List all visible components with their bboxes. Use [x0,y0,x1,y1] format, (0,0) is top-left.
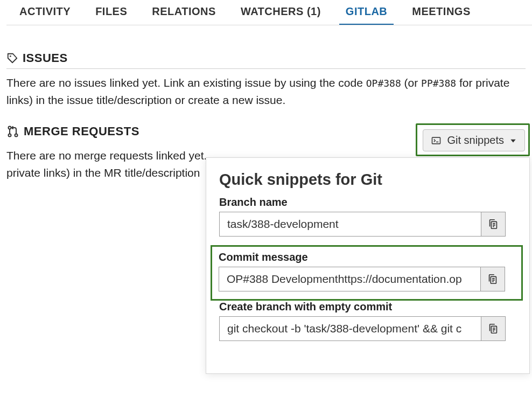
svg-point-0 [10,55,11,57]
tab-files[interactable]: FILES [95,5,127,25]
commit-message-highlight: Commit message [211,245,523,301]
tab-watchers[interactable]: WATCHERS (1) [241,5,321,25]
mr-body-tail: private links) in the MR title/descripti… [6,166,200,179]
tab-gitlab[interactable]: GITLAB [346,5,387,25]
copy-branch-name-button[interactable] [481,212,506,237]
svg-point-2 [9,134,11,137]
copy-icon [487,218,499,230]
merge-request-icon [6,125,19,138]
svg-point-3 [15,134,18,137]
issues-heading: ISSUES [6,51,526,69]
console-icon [431,135,442,146]
create-branch-field-group: Create branch with empty commit [219,301,516,341]
issues-body-mid: (or [401,77,421,89]
commit-message-input[interactable] [219,267,480,291]
branch-name-label: Branch name [219,196,516,209]
tabs-bar: ACTIVITY FILES RELATIONS WATCHERS (1) GI… [0,0,532,25]
issues-code-1: OP#388 [366,78,401,89]
svg-rect-4 [432,137,440,144]
merge-requests-heading-text: MERGE REQUESTS [24,124,139,138]
caret-down-icon [509,137,517,144]
create-branch-label: Create branch with empty commit [219,301,516,313]
git-snippets-label: Git snippets [447,134,504,147]
issues-body: There are no issues linked yet. Link an … [6,74,526,108]
branch-name-field-group: Branch name [219,196,516,237]
commit-message-label: Commit message [219,251,515,263]
git-snippets-button[interactable]: Git snippets [423,129,525,151]
branch-name-input[interactable] [219,212,481,237]
copy-commit-message-button[interactable] [480,267,505,291]
git-snippets-popover: Quick snippets for Git Branch name Commi… [206,157,530,374]
tab-activity[interactable]: ACTIVITY [19,5,71,25]
create-branch-input[interactable] [219,316,481,341]
svg-point-1 [9,127,11,129]
tab-relations[interactable]: RELATIONS [152,5,216,25]
copy-icon [487,273,499,285]
issues-heading-text: ISSUES [23,51,68,65]
tab-meetings[interactable]: MEETINGS [412,5,470,25]
issues-code-2: PP#388 [421,78,456,89]
mr-body-pre: There are no merge requests linked yet. [6,149,207,162]
copy-icon [487,323,499,335]
popover-title: Quick snippets for Git [219,171,516,189]
tag-icon [6,52,18,64]
git-snippets-button-highlight: Git snippets [416,123,530,156]
copy-create-branch-button[interactable] [481,316,506,341]
issues-body-pre: There are no issues linked yet. Link an … [6,77,366,89]
